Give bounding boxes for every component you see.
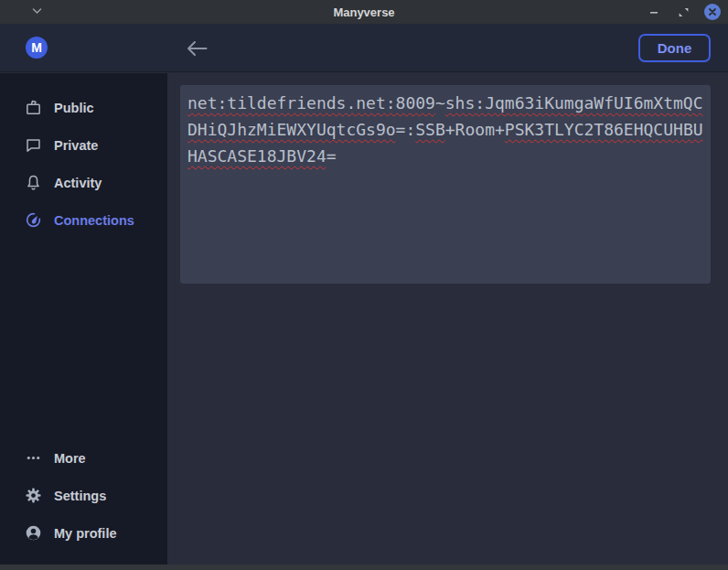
app-header: M Done (0, 24, 728, 72)
sidebar-item-private[interactable]: Private (0, 126, 167, 164)
sidebar-item-label: Connections (54, 213, 134, 228)
invite-code-segment: HASCASE18JBV24 (187, 146, 327, 166)
invite-code-segment: =: (396, 120, 416, 139)
gear-icon (25, 487, 42, 504)
invite-code-segment: shs:Jqm63iKumgaWfUI6mXtmQC (445, 93, 703, 113)
dots-horizontal-icon (25, 449, 42, 467)
account-circle-icon (25, 524, 42, 542)
sidebar-item-label: Private (54, 138, 98, 153)
invite-code-input[interactable]: net:tildefriends.net:8009~shs:Jqm63iKumg… (180, 85, 711, 284)
bell-icon (25, 174, 42, 191)
message-icon (25, 136, 42, 154)
chevron-down-icon[interactable] (29, 4, 44, 18)
invite-code-segment: ~ (435, 93, 445, 113)
sidebar-item-label: Public (54, 101, 94, 115)
sidebar-item-connections[interactable]: Connections (0, 201, 167, 239)
window-title: Manyverse (0, 5, 728, 19)
sidebar-item-my-profile[interactable]: My profile (0, 514, 167, 552)
invite-code-segment: PSK3TLYC2T86EHQCUHBU (505, 120, 703, 139)
minimize-button[interactable] (646, 4, 662, 20)
back-button[interactable] (185, 38, 209, 59)
sidebar-item-label: Settings (54, 489, 106, 503)
invite-code-segment: +Room+ (445, 120, 505, 139)
sidebar-item-settings[interactable]: Settings (0, 477, 167, 514)
done-button[interactable]: Done (638, 34, 711, 62)
sidebar-item-more[interactable]: More (0, 439, 167, 477)
window-titlebar: Manyverse (0, 0, 728, 24)
sidebar-item-label: Activity (54, 176, 102, 190)
close-button[interactable] (704, 4, 721, 20)
invite-code-segment: = (327, 146, 337, 166)
bulletin-board-icon (25, 99, 42, 116)
invite-code-segment: DHiQJhzMiEWXYUqtcGs9o (187, 120, 396, 139)
sidebar-item-label: More (54, 451, 86, 466)
invite-code-segment: SSB (415, 120, 445, 139)
invite-code-segment: net:tildefriends.net:8009 (187, 93, 435, 113)
manyverse-logo-icon: M (26, 37, 48, 59)
sidebar: Public Private Activity Connections (0, 73, 167, 565)
sidebar-item-activity[interactable]: Activity (0, 164, 167, 201)
restore-button[interactable] (675, 4, 691, 20)
connections-icon (25, 211, 42, 229)
arrow-left-icon (187, 40, 208, 57)
window-frame-bottom (0, 565, 728, 570)
sidebar-item-label: My profile (54, 526, 116, 541)
sidebar-item-public[interactable]: Public (0, 89, 167, 126)
